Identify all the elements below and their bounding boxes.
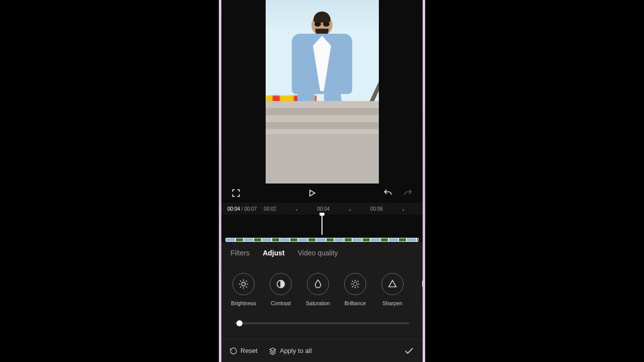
ruler-tick	[390, 206, 417, 212]
apply-label: Apply to all	[280, 347, 312, 354]
tab-adjust[interactable]: Adjust	[263, 249, 285, 257]
timeline-track[interactable]	[221, 215, 423, 242]
svg-point-2	[353, 282, 357, 286]
redo-button[interactable]	[403, 188, 414, 199]
clip-thumbnails[interactable]	[225, 238, 419, 242]
video-preview[interactable]	[221, 0, 423, 184]
check-icon	[404, 345, 415, 356]
fullscreen-icon[interactable]	[230, 188, 242, 199]
total-time: 00:07	[244, 206, 257, 212]
confirm-button[interactable]	[404, 345, 415, 356]
video-editor-screen: 00:04 / 00:07 00:02 00:04 00:06 Filters …	[221, 0, 423, 362]
adjust-brightness[interactable]: Brightness	[228, 273, 259, 306]
undo-button[interactable]	[382, 188, 393, 199]
play-button[interactable]	[306, 188, 317, 199]
contrast-icon	[270, 273, 292, 295]
ruler-tick: 00:04	[310, 206, 337, 212]
brilliance-icon	[344, 273, 366, 295]
adjust-slider[interactable]	[221, 310, 423, 329]
ruler-tick	[283, 206, 310, 212]
adjust-contrast[interactable]: Contrast	[266, 273, 296, 306]
reset-icon	[229, 347, 237, 355]
transport-bar	[221, 184, 423, 203]
phone-frame: 00:04 / 00:07 00:02 00:04 00:06 Filters …	[219, 0, 425, 362]
adjust-label: Brightness	[231, 300, 256, 306]
reset-label: Reset	[240, 347, 258, 354]
playhead[interactable]	[321, 215, 323, 235]
brightness-icon	[232, 273, 255, 295]
adjust-label: Brilliance	[345, 300, 366, 306]
slider-thumb[interactable]	[236, 320, 243, 326]
tab-video-quality[interactable]: Video quality	[298, 249, 338, 257]
hsl-icon: HSL	[419, 273, 423, 295]
tab-filters[interactable]: Filters	[230, 249, 250, 257]
panel-bottom-bar: Reset Apply to all	[221, 339, 423, 362]
adjust-saturation[interactable]: Saturation	[303, 273, 333, 306]
layers-icon	[269, 347, 277, 355]
panel-tabs: Filters Adjust Video quality	[221, 242, 423, 262]
adjust-label: Contrast	[271, 300, 291, 306]
sharpen-icon	[381, 273, 404, 295]
ruler-tick: 00:02	[257, 206, 283, 212]
reset-button[interactable]: Reset	[229, 347, 258, 355]
ruler-tick: 00:06	[363, 206, 390, 212]
adjust-hsl[interactable]: HSL HSL	[415, 273, 423, 306]
adjust-label: Sharpen	[382, 300, 403, 306]
adjust-brilliance[interactable]: Brilliance	[340, 273, 370, 306]
apply-to-all-button[interactable]: Apply to all	[269, 347, 312, 355]
svg-point-0	[242, 282, 245, 286]
adjust-label: Saturation	[306, 300, 330, 306]
preview-image	[266, 0, 379, 184]
adjust-options[interactable]: Brightness Contrast Saturation Brillianc…	[221, 262, 423, 310]
current-time: 00:04	[227, 206, 240, 212]
adjust-sharpen[interactable]: Sharpen	[377, 273, 408, 306]
adjust-panel: Filters Adjust Video quality Brightness …	[221, 242, 423, 362]
ruler-tick	[337, 206, 363, 212]
saturation-icon	[307, 273, 329, 295]
